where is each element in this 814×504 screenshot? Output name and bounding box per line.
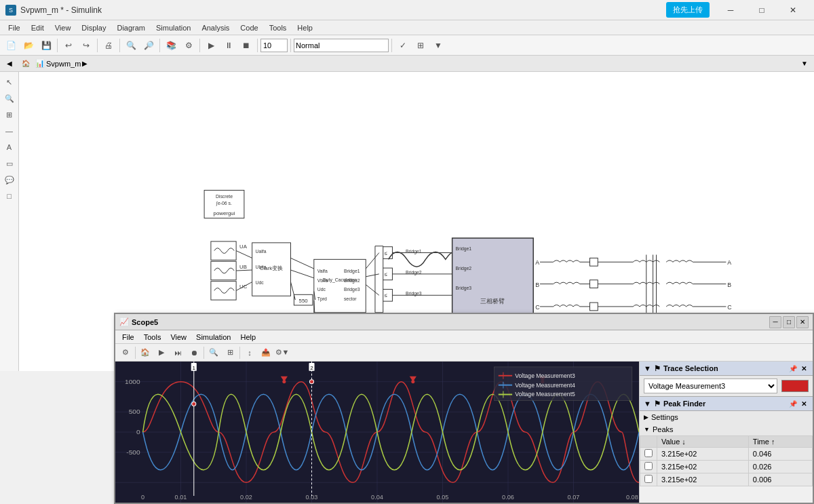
menu-view[interactable]: View [50,22,77,33]
menu-help[interactable]: Help [292,22,318,33]
scope-window: 📈 Scope5 ─ □ ✕ File Tools View Simulatio… [114,313,814,504]
addr-home-btn[interactable]: 🏠 [19,57,33,71]
sep4 [159,39,160,52]
undo-btn[interactable]: ↩ [60,37,77,54]
scope-home-btn[interactable]: 🏠 [138,346,153,360]
scope-maximize-btn[interactable]: □ [783,316,795,328]
trace-color-swatch[interactable] [781,380,809,392]
maximize-button[interactable]: □ [746,0,777,20]
peaks-header-row[interactable]: ▼ Peaks [640,423,813,435]
svg-point-126 [411,380,414,383]
trace-triangle-icon: ▼ [644,364,651,372]
svg-text:0.05: 0.05 [437,494,449,501]
trace-panel-close-btn[interactable]: ✕ [799,364,809,373]
col-time[interactable]: Time ↑ [748,436,812,448]
open-btn[interactable]: 📂 [20,37,37,54]
scope-close-btn[interactable]: ✕ [796,316,809,328]
upload-button[interactable]: 抢先上传 [666,2,710,18]
peak-settings-row[interactable]: ▶ Settings [640,411,813,423]
title-bar-left: S Svpwm_m * - Simulink [5,5,102,16]
trace-panel-pin-btn[interactable]: 📌 [788,364,798,373]
sim-mode-select[interactable] [294,39,389,52]
check-btn[interactable]: ✓ [395,37,411,54]
scope-cursor-btn[interactable]: ↕ [242,346,257,360]
zoom-out-btn[interactable]: 🔎 [140,37,157,54]
scope-right-panel: ▼ ⚑ Trace Selection 📌 ✕ Voltage Measurem… [639,362,813,503]
peak-finder-title: Peak Finder [663,400,705,408]
scope-step-btn[interactable]: ⏭ [170,346,185,360]
trace-selection-header: ▼ ⚑ Trace Selection 📌 ✕ [640,362,813,376]
svg-text:0.01: 0.01 [175,494,187,501]
peak1-checkbox[interactable] [644,449,653,457]
grid2-btn[interactable]: ▼ [430,37,446,54]
scope-menu-file[interactable]: File [118,332,138,342]
print-btn[interactable]: 🖨 [100,37,117,54]
menu-tools[interactable]: Tools [264,22,292,33]
col-value[interactable]: Value ↓ [657,436,749,448]
save-btn[interactable]: 💾 [38,37,54,54]
minimize-button[interactable]: ─ [715,0,746,20]
redo-btn[interactable]: ↪ [78,37,94,54]
scope-zoom-btn[interactable]: 🔍 [206,346,221,360]
peak-panel-pin-btn[interactable]: 📌 [788,399,798,408]
scope-menu-simulation[interactable]: Simulation [192,332,235,342]
menu-simulation[interactable]: Simulation [151,22,196,33]
menu-edit[interactable]: Edit [26,22,50,33]
peak-flag-icon: ⚑ [654,400,661,408]
menu-file[interactable]: File [3,22,26,33]
peak3-checkbox-cell[interactable] [640,473,657,486]
svg-text:Bridge3: Bridge3 [406,291,422,296]
peak2-checkbox[interactable] [644,462,653,470]
peak2-checkbox-cell[interactable] [640,461,657,473]
trace-dropdown[interactable]: Voltage Measurement3Voltage Measurement4… [644,379,777,393]
menu-display[interactable]: Display [76,22,111,33]
peaks-table: Value ↓ Time ↑ 3.215e+02 0.046 [640,435,813,486]
scope-menu-tools[interactable]: Tools [140,332,166,342]
svg-point-124 [282,380,286,383]
addr-expand-btn[interactable]: ▼ [798,57,811,71]
scope-settings-btn[interactable]: ⚙ [118,346,133,360]
scope-minimize-btn[interactable]: ─ [769,316,781,328]
addr-model-name[interactable]: Svpwm_m [46,60,81,68]
scope-fitview-btn[interactable]: ⊞ [222,346,237,360]
peak3-checkbox[interactable] [644,475,653,483]
library-btn[interactable]: 📚 [163,37,179,54]
grid-btn[interactable]: ⊞ [412,37,429,54]
svg-line-85 [291,258,314,269]
scope-sep1 [135,347,136,359]
settings-btn[interactable]: ⚙ [180,37,197,54]
svg-text:Vbifa: Vbifa [317,278,328,283]
peak1-checkbox-cell[interactable] [640,448,657,461]
svg-text:Bridge1: Bridge1 [456,246,472,252]
run-btn[interactable]: ▶ [203,37,219,54]
scope-play-btn[interactable]: ▶ [154,346,169,360]
scope-plot[interactable]: 1000 500 0 -500 0 0.01 0.02 0.03 0.04 0.… [115,362,639,503]
menu-analysis[interactable]: Analysis [196,22,235,33]
close-button[interactable]: ✕ [777,0,809,20]
svg-text:powergui: powergui [214,210,235,216]
sim-time-input[interactable] [260,39,288,52]
window-title: Svpwm_m * - Simulink [20,5,102,15]
stop-btn[interactable]: ⏹ [238,37,254,54]
scope-menu-help[interactable]: Help [236,332,260,342]
svg-text:UA: UA [239,244,248,250]
scope-menu-view[interactable]: View [166,332,191,342]
peak-panel-close-btn[interactable]: ✕ [799,399,809,408]
svg-text:C: C [727,304,732,311]
new-btn[interactable]: 📄 [3,37,19,54]
svg-text:UB: UB [239,264,247,270]
trace-selection-controls: 📌 ✕ [788,364,809,373]
scope-export-btn[interactable]: 📤 [258,346,273,360]
svg-text:Voltage Measurement3: Voltage Measurement3 [515,372,575,379]
sep3 [119,39,120,52]
svg-text:Valfa: Valfa [317,269,328,273]
addr-arrow[interactable]: ▶ [82,60,88,67]
scope-settings2-btn[interactable]: ⚙▼ [275,346,290,360]
zoom-in-btn[interactable]: 🔍 [123,37,139,54]
pause-btn[interactable]: ⏸ [220,37,237,54]
menu-diagram[interactable]: Diagram [111,22,151,33]
svg-text:A: A [535,259,539,266]
menu-code[interactable]: Code [235,22,263,33]
scope-record-btn[interactable]: ⏺ [187,346,201,360]
addr-nav-btn[interactable]: ◀ [3,57,16,71]
